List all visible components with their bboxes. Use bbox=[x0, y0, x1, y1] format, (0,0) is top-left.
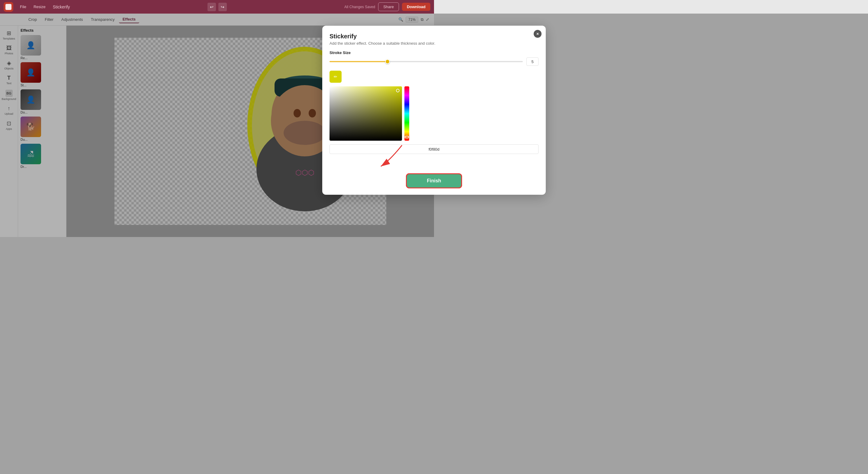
color-gradient-area[interactable] bbox=[330, 86, 402, 141]
topbar: File Resize Stickerify ↩ ↪ All Changes S… bbox=[0, 0, 434, 13]
top-menu: File Resize Stickerify bbox=[18, 3, 72, 10]
hex-input-row bbox=[330, 144, 434, 154]
color-hue-slider[interactable] bbox=[404, 86, 409, 141]
finish-button[interactable]: Finish bbox=[407, 174, 434, 188]
slider-thumb[interactable] bbox=[385, 59, 390, 64]
slider-fill bbox=[330, 61, 388, 62]
app-name: Stickerify bbox=[51, 3, 72, 10]
modal-title: Stickerify bbox=[330, 33, 434, 40]
stroke-size-label: Stroke Size bbox=[330, 51, 434, 55]
pencil-icon: ✏ bbox=[334, 74, 337, 79]
hue-handle[interactable] bbox=[405, 136, 409, 138]
stroke-slider[interactable] bbox=[330, 61, 434, 62]
share-button[interactable]: Share bbox=[378, 2, 399, 11]
undo-button[interactable]: ↩ bbox=[208, 3, 216, 11]
color-swatch[interactable]: ✏ bbox=[330, 71, 342, 83]
file-menu[interactable]: File bbox=[18, 3, 28, 10]
hex-color-input[interactable] bbox=[330, 144, 434, 154]
color-picker[interactable] bbox=[330, 86, 434, 141]
download-button[interactable]: Download bbox=[402, 3, 430, 11]
app-logo[interactable] bbox=[4, 2, 13, 12]
modal-subtitle: Add the sticker effect. Choose a suitabl… bbox=[330, 41, 434, 45]
modal-footer: Finish bbox=[330, 168, 434, 188]
modal-overlay: × Stickerify Add the sticker effect. Cho… bbox=[0, 13, 434, 237]
topbar-right: All Changes Saved Share Download bbox=[344, 2, 430, 11]
saved-status: All Changes Saved bbox=[344, 5, 375, 9]
stickerify-modal: × Stickerify Add the sticker effect. Cho… bbox=[322, 26, 434, 195]
stroke-slider-row: 5 bbox=[330, 57, 434, 66]
resize-menu[interactable]: Resize bbox=[32, 3, 48, 10]
redo-button[interactable]: ↪ bbox=[218, 3, 227, 11]
topbar-center-actions: ↩ ↪ bbox=[208, 3, 227, 11]
gradient-handle[interactable] bbox=[396, 89, 400, 92]
